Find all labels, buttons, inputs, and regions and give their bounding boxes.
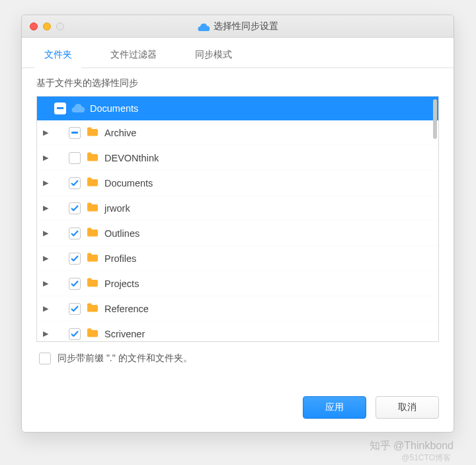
folder-icon	[86, 277, 99, 290]
window-controls	[30, 22, 64, 30]
folder-label: Reference	[104, 304, 149, 314]
folder-label: Archive	[104, 128, 136, 138]
folder-checkbox[interactable]	[69, 328, 81, 340]
section-label: 基于文件夹的选择性同步	[36, 77, 439, 89]
folder-icon	[86, 151, 99, 164]
content-area: 基于文件夹的选择性同步 ▶ Documents ▶ Archive ▶ DEVO…	[22, 68, 454, 392]
folder-checkbox[interactable]	[54, 103, 66, 114]
folder-icon	[86, 126, 99, 139]
cloud-folder-icon	[71, 102, 85, 114]
folder-checkbox[interactable]	[69, 202, 81, 214]
folder-icon	[86, 252, 99, 265]
disclosure-icon[interactable]: ▶	[42, 329, 49, 338]
disclosure-icon[interactable]: ▶	[42, 254, 49, 263]
folder-icon	[86, 227, 99, 239]
folder-label: Scrivener	[104, 329, 145, 339]
folder-label: jrwork	[104, 203, 130, 214]
tab-sync-mode[interactable]: 同步模式	[186, 41, 241, 67]
scrollbar[interactable]	[433, 99, 437, 139]
disclosure-icon[interactable]: ▶	[42, 229, 49, 237]
disclosure-icon[interactable]: ▶	[42, 279, 49, 288]
folder-label: Outlines	[104, 228, 139, 239]
disclosure-icon[interactable]: ▶	[42, 304, 49, 313]
folder-checkbox[interactable]	[69, 177, 81, 189]
tree-row-root[interactable]: ▶ Documents	[37, 97, 438, 120]
folder-label: Projects	[104, 278, 139, 289]
minimize-icon[interactable]	[43, 22, 51, 30]
dotfiles-option[interactable]: 同步带前缀 "." 的文件和文件夹。	[36, 342, 439, 375]
window-title: 选择性同步设置	[214, 21, 278, 32]
tree-row[interactable]: ▶ Archive	[37, 120, 438, 146]
folder-checkbox[interactable]	[69, 228, 81, 239]
disclosure-icon[interactable]: ▶	[42, 179, 49, 187]
watermark: 知乎 @Thinkbond	[370, 439, 454, 453]
folder-label: Documents	[90, 103, 138, 114]
disclosure-icon[interactable]: ▶	[42, 128, 49, 137]
folder-checkbox[interactable]	[69, 303, 81, 315]
folder-label: Profiles	[104, 253, 136, 264]
cancel-button[interactable]: 取消	[376, 396, 439, 419]
dotfiles-label: 同步带前缀 "." 的文件和文件夹。	[58, 353, 192, 364]
tree-row[interactable]: ▶ Profiles	[37, 246, 438, 271]
folder-label: Documents	[104, 178, 153, 189]
dialog-buttons: 应用 取消	[22, 392, 454, 432]
folder-icon	[86, 202, 99, 214]
folder-icon	[86, 177, 99, 189]
folder-label: DEVONthink	[104, 153, 159, 163]
tree-row[interactable]: ▶ Documents	[37, 171, 438, 196]
folder-icon	[86, 302, 99, 315]
tab-bar: 文件夹 文件过滤器 同步模式	[22, 38, 454, 68]
tree-row[interactable]: ▶ Projects	[37, 271, 438, 296]
cloud-icon	[198, 22, 210, 31]
tree-row[interactable]: ▶ Reference	[37, 296, 438, 321]
folder-checkbox[interactable]	[69, 253, 81, 265]
settings-window: 选择性同步设置 文件夹 文件过滤器 同步模式 基于文件夹的选择性同步 ▶ Doc…	[21, 15, 454, 433]
tab-filters[interactable]: 文件过滤器	[101, 41, 166, 67]
tree-row[interactable]: ▶ jrwork	[37, 196, 438, 221]
folder-checkbox[interactable]	[69, 127, 81, 139]
watermark-secondary: @51CTO博客	[401, 452, 451, 464]
close-icon[interactable]	[30, 22, 38, 30]
tree-row[interactable]: ▶ Scrivener	[37, 321, 438, 341]
disclosure-icon[interactable]: ▶	[42, 204, 49, 212]
disclosure-icon[interactable]: ▶	[42, 153, 49, 162]
folder-checkbox[interactable]	[69, 152, 81, 164]
folder-tree: ▶ Documents ▶ Archive ▶ DEVONthink ▶ Doc…	[36, 96, 439, 342]
tree-row[interactable]: ▶ DEVONthink	[37, 146, 438, 171]
dotfiles-checkbox[interactable]	[39, 353, 51, 364]
folder-checkbox[interactable]	[69, 278, 81, 290]
tab-folders[interactable]: 文件夹	[35, 41, 81, 67]
titlebar: 选择性同步设置	[22, 15, 454, 38]
apply-button[interactable]: 应用	[303, 396, 366, 419]
tree-row[interactable]: ▶ Outlines	[37, 221, 438, 246]
folder-icon	[86, 327, 99, 340]
zoom-icon	[56, 22, 64, 30]
